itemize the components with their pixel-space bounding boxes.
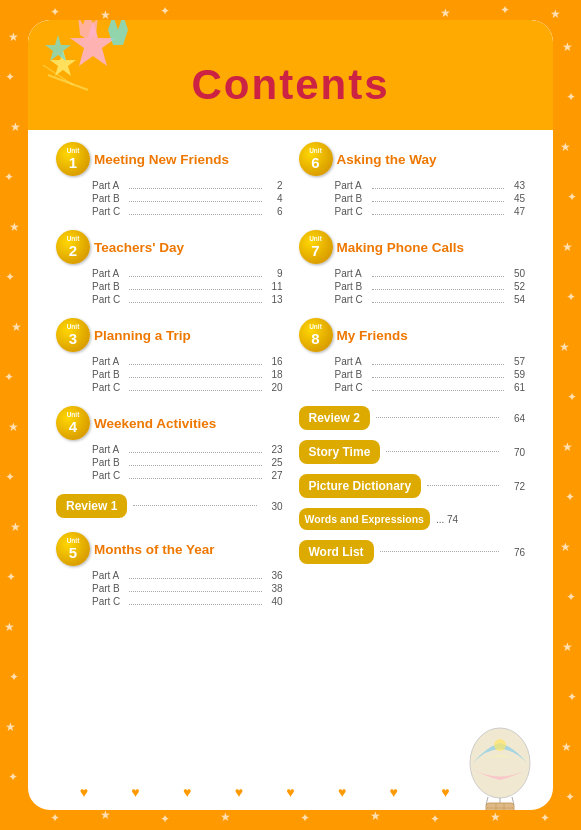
part-label: Part B	[335, 193, 367, 204]
heart-icon: ♥	[131, 784, 139, 800]
dot-leader	[129, 390, 262, 391]
unit-4-section: Unit 4 Weekend Activities Part A 23 Part…	[56, 406, 283, 482]
star-decoration: ★	[11, 320, 22, 334]
svg-rect-12	[486, 803, 514, 810]
dot-leader	[380, 551, 499, 552]
page-number: 13	[267, 294, 283, 305]
unit-8-title: My Friends	[337, 328, 408, 343]
words-expressions-item: Words and Expressions ... 74	[299, 508, 526, 530]
toc-row: Part B 45	[335, 193, 526, 205]
page-number: 43	[509, 180, 525, 191]
star-decoration: ✦	[8, 770, 18, 784]
unit-2-parts: Part A 9 Part B 11 Part C 13	[92, 268, 283, 306]
part-label: Part A	[92, 444, 124, 455]
unit-5-number: 5	[69, 545, 77, 560]
story-time-page: 70	[505, 447, 525, 458]
heart-icon: ♥	[390, 784, 398, 800]
unit-1-section: Unit 1 Meeting New Friends Part A 2 Part…	[56, 142, 283, 218]
unit-8-header: Unit 8 My Friends	[299, 318, 526, 352]
star-decoration: ✦	[500, 3, 510, 17]
page-number: 38	[267, 583, 283, 594]
part-label: Part A	[335, 356, 367, 367]
toc-left-column: Unit 1 Meeting New Friends Part A 2 Part…	[48, 142, 291, 620]
story-time-item: Story Time 70	[299, 440, 526, 464]
star-decoration: ★	[9, 220, 20, 234]
page-number: 52	[509, 281, 525, 292]
dot-leader	[372, 188, 505, 189]
unit-6-title: Asking the Way	[337, 152, 437, 167]
star-decoration: ★	[5, 720, 16, 734]
star-decoration: ★	[560, 540, 571, 554]
unit-3-badge: Unit 3	[56, 318, 90, 352]
star-decoration: ✦	[567, 690, 577, 704]
toc-row: Part A 36	[92, 570, 283, 582]
toc-row: Part B 59	[335, 369, 526, 381]
dot-leader	[372, 364, 505, 365]
page-number: 61	[509, 382, 525, 393]
page-number: 4	[267, 193, 283, 204]
part-label: Part C	[92, 206, 124, 217]
toc-row: Part A 9	[92, 268, 283, 280]
toc-row: Part C 54	[335, 294, 526, 306]
star-decoration: ✦	[4, 370, 14, 384]
dot-leader	[129, 188, 262, 189]
star-decoration: ✦	[567, 390, 577, 404]
heart-icon: ♥	[441, 784, 449, 800]
star-decoration: ✦	[567, 190, 577, 204]
star-decoration: ★	[8, 30, 19, 44]
star-decoration: ✦	[6, 570, 16, 584]
dot-leader	[129, 465, 262, 466]
unit-2-badge: Unit 2	[56, 230, 90, 264]
star-decoration: ★	[562, 40, 573, 54]
unit-1-header: Unit 1 Meeting New Friends	[56, 142, 283, 176]
star-decoration: ★	[490, 810, 501, 824]
unit-5-header: Unit 5 Months of the Year	[56, 532, 283, 566]
star-decoration: ✦	[566, 590, 576, 604]
dot-leader	[372, 377, 505, 378]
unit-7-header: Unit 7 Making Phone Calls	[299, 230, 526, 264]
part-label: Part C	[92, 470, 124, 481]
toc-row: Part C 6	[92, 206, 283, 218]
toc-row: Part A 43	[335, 180, 526, 192]
toc-row: Part B 52	[335, 281, 526, 293]
word-list-button: Word List	[299, 540, 374, 564]
unit-8-number: 8	[311, 331, 319, 346]
toc-row: Part A 16	[92, 356, 283, 368]
unit-6-parts: Part A 43 Part B 45 Part C 47	[335, 180, 526, 218]
toc-row: Part A 57	[335, 356, 526, 368]
picture-dictionary-button: Picture Dictionary	[299, 474, 422, 498]
dot-leader	[372, 276, 505, 277]
unit-3-title: Planning a Trip	[94, 328, 191, 343]
toc-row: Part C 27	[92, 470, 283, 482]
picture-dictionary-page: 72	[505, 481, 525, 492]
star-decoration: ✦	[300, 811, 310, 825]
unit-5-title: Months of the Year	[94, 542, 215, 557]
unit-4-header: Unit 4 Weekend Activities	[56, 406, 283, 440]
dot-leader	[372, 302, 505, 303]
dot-leader	[129, 604, 262, 605]
unit-2-title: Teachers' Day	[94, 240, 184, 255]
star-decoration: ★	[440, 6, 451, 20]
dot-leader	[129, 302, 262, 303]
star-decoration: ✦	[565, 490, 575, 504]
unit-4-number: 4	[69, 419, 77, 434]
toc-row: Part A 50	[335, 268, 526, 280]
star-decoration: ✦	[5, 70, 15, 84]
page-number: 54	[509, 294, 525, 305]
word-list-page: 76	[505, 547, 525, 558]
star-decoration: ★	[10, 520, 21, 534]
svg-point-16	[494, 739, 506, 751]
unit-7-title: Making Phone Calls	[337, 240, 465, 255]
unit-5-section: Unit 5 Months of the Year Part A 36 Part…	[56, 532, 283, 608]
words-expressions-page-text: ... 74	[436, 514, 458, 525]
page-number: 57	[509, 356, 525, 367]
unit-3-number: 3	[69, 331, 77, 346]
review-2-button: Review 2	[299, 406, 370, 430]
dot-leader	[372, 289, 505, 290]
toc-grid: Unit 1 Meeting New Friends Part A 2 Part…	[28, 130, 553, 620]
header-banner: Contents	[28, 20, 553, 130]
heart-icon: ♥	[286, 784, 294, 800]
dot-leader	[129, 276, 262, 277]
unit-5-badge: Unit 5	[56, 532, 90, 566]
star-decoration: ★	[4, 620, 15, 634]
